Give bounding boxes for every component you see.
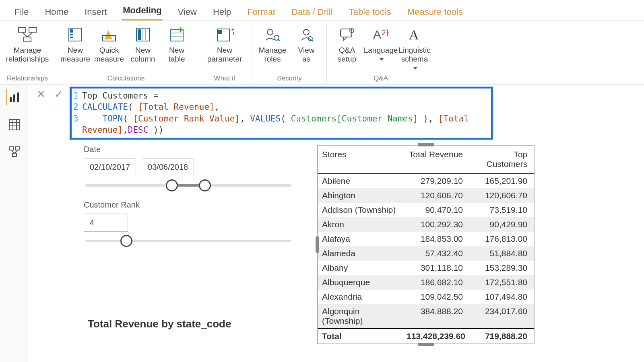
ribbon-tab-insert[interactable]: Insert [84, 5, 107, 21]
left-nav [0, 84, 27, 362]
svg-rect-36 [9, 119, 20, 130]
formula-cancel-button[interactable]: ✕ [32, 87, 50, 101]
table-row[interactable]: Algonquin (Township)384,888.20234,017.60 [318, 304, 534, 328]
rank-slicer[interactable]: Customer Rank 4 [84, 200, 293, 242]
label: New [217, 46, 232, 55]
ribbon-tab-measure-tools[interactable]: Measure tools [407, 5, 464, 21]
rank-value-input[interactable]: 4 [84, 214, 128, 232]
ribbon-group-qa: Q&Asetup A가Language ALinguisticschema Q&… [327, 24, 435, 84]
svg-text:가: 가 [381, 28, 389, 37]
svg-rect-8 [70, 37, 73, 38]
svg-line-44 [11, 150, 14, 153]
ribbon-tab-table-tools[interactable]: Table tools [348, 5, 392, 21]
resize-handle-bottom[interactable] [418, 343, 434, 346]
date-from-input[interactable]: 02/10/2017 [84, 158, 136, 176]
svg-text:A: A [373, 28, 381, 41]
table-row[interactable]: Akron100,292.3090,429.90 [318, 217, 534, 232]
table-row[interactable]: Alafaya184,853.00176,813.00 [318, 232, 534, 246]
table-header: Stores Total Revenue Top Customers [318, 146, 534, 174]
parameter-icon: ? [215, 25, 234, 44]
table-body: Abilene279,209.10165,201.90Abington120,6… [318, 174, 534, 328]
ribbon-tab-modeling[interactable]: Modeling [122, 4, 163, 21]
formula-editor[interactable]: 1Top Customers = 2CALCULATE( [Total Reve… [70, 87, 493, 140]
table-row[interactable]: Addison (Township)90,470.1073,519.10 [318, 203, 534, 217]
chart-title: Total Revenue by state_code [88, 318, 231, 330]
date-to-input[interactable]: 03/06/2018 [142, 158, 194, 176]
new-table-button[interactable]: Newtable [160, 24, 194, 64]
model-view-button[interactable] [6, 144, 22, 160]
ribbon-tab-view[interactable]: View [177, 5, 198, 21]
col-header[interactable]: Top Customers [467, 146, 531, 173]
quick-measure-button[interactable]: Quickmeasure [92, 24, 126, 64]
table-row[interactable]: Abilene279,209.10165,201.90 [318, 174, 534, 188]
q-a-setupbutton[interactable]: Q&Asetup [330, 24, 364, 64]
table-row[interactable]: Albany301,118.10153,289.30 [318, 261, 534, 275]
ribbon-tab-format[interactable]: Format [246, 5, 276, 21]
new-column-button[interactable]: Newcolumn [126, 24, 160, 64]
date-slicer[interactable]: Date 02/10/2017 03/06/2018 [84, 145, 293, 187]
manage-roles-button[interactable]: Manageroles [256, 24, 289, 64]
linguistic-schemabutton[interactable]: ALinguisticschema [398, 24, 431, 72]
resize-handle-left[interactable] [316, 237, 319, 253]
ribbon-body: Manage relationships Relationships Newme… [0, 21, 644, 84]
group-label: Calculations [107, 74, 145, 84]
qa-icon: A가 [371, 25, 390, 44]
ribbon-group-relationships: Manage relationships Relationships [0, 24, 55, 84]
ribbon-group-whatif: ? New parameter What if [197, 24, 252, 84]
chevron-down-icon [380, 58, 384, 61]
new-parameter-button[interactable]: ? New parameter [200, 24, 249, 64]
label: relationships [6, 55, 49, 64]
col-header[interactable]: Total Revenue [402, 146, 467, 173]
svg-rect-2 [24, 37, 31, 42]
total-value: 113,428,239.60 [402, 329, 467, 343]
table-row[interactable]: Alameda57,432.4051,884.80 [318, 246, 534, 261]
data-view-button[interactable] [6, 117, 22, 133]
group-label: Relationships [7, 74, 48, 84]
ribbon-tab-home[interactable]: Home [44, 5, 69, 21]
svg-line-4 [27, 32, 33, 37]
qa-icon: A [405, 25, 424, 44]
table-row[interactable]: Abington120,606.70120,606.70 [318, 188, 534, 203]
resize-handle-top[interactable] [418, 143, 434, 146]
security-icon [263, 25, 282, 44]
date-slider-thumb-from[interactable] [166, 179, 178, 191]
svg-line-3 [22, 32, 27, 37]
rank-slider-track[interactable] [85, 240, 291, 242]
table-row[interactable]: Alexandria109,042.50107,494.80 [318, 290, 534, 304]
view-as-button[interactable]: Viewas [289, 24, 323, 64]
label: parameter [207, 55, 242, 64]
col-header[interactable]: Stores [318, 146, 402, 173]
security-icon [297, 25, 316, 44]
date-slider-thumb-to[interactable] [199, 179, 211, 191]
svg-rect-6 [70, 29, 73, 33]
report-view-button[interactable] [6, 89, 22, 105]
svg-text:A: A [409, 27, 419, 42]
ribbon-tab-help[interactable]: Help [212, 5, 232, 21]
rank-slider-thumb[interactable] [120, 235, 132, 247]
svg-rect-35 [17, 93, 19, 102]
total-label: Total [318, 329, 402, 343]
language-button[interactable]: A가Language [364, 24, 398, 64]
formula-commit-button[interactable]: ✓ [50, 87, 68, 101]
stores-table-visual[interactable]: Stores Total Revenue Top Customers Abile… [317, 145, 535, 344]
svg-rect-33 [10, 97, 12, 102]
date-slider-track[interactable] [85, 184, 291, 187]
group-label: Security [277, 74, 301, 84]
group-label: What if [214, 74, 235, 84]
table-row[interactable]: Albuquerque186,682.10172,551.80 [318, 275, 534, 290]
svg-rect-11 [138, 29, 141, 40]
svg-point-22 [267, 29, 273, 35]
svg-rect-43 [12, 153, 17, 156]
ribbon-tab-data-drill[interactable]: Data / Drill [291, 5, 334, 21]
svg-rect-20 [218, 30, 222, 34]
manage-relationships-button[interactable]: Manage relationships [3, 24, 52, 64]
ribbon-tabs: FileHomeInsertModelingViewHelpFormatData… [0, 0, 644, 21]
total-value: 719,888.20 [467, 329, 531, 343]
new-measure-button[interactable]: Newmeasure [58, 24, 92, 64]
svg-rect-1 [29, 27, 36, 32]
chevron-down-icon [413, 67, 417, 70]
ribbon-tab-file[interactable]: File [14, 5, 29, 21]
calc-icon [99, 25, 119, 44]
relationships-icon [18, 25, 37, 44]
svg-rect-41 [9, 147, 13, 150]
